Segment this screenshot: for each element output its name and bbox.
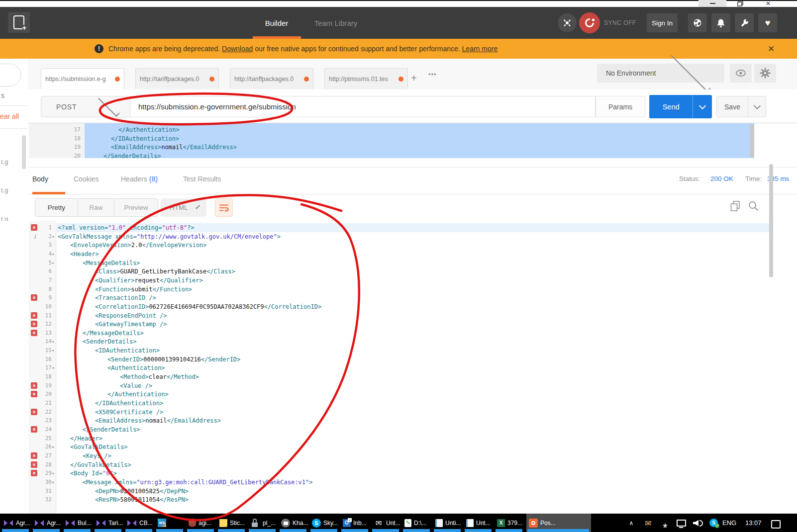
tray-speaker-icon[interactable] <box>693 518 703 529</box>
view-mode-switcher: PrettyRawPreview <box>35 198 158 217</box>
view-mode-preview[interactable]: Preview <box>114 199 158 216</box>
settings-button[interactable] <box>735 13 754 32</box>
line-number: 18 <box>36 372 52 381</box>
wrap-text-button[interactable] <box>215 198 233 217</box>
tab-builder[interactable]: Builder <box>252 7 301 39</box>
tray-chevron-icon[interactable]: ∧ <box>626 518 637 529</box>
token-tag: <X509Certificate /> <box>95 409 163 416</box>
code-line: 15▾<IDAuthentication> <box>0 346 797 355</box>
interceptor-button[interactable] <box>558 13 577 32</box>
code-line: 14▾<SenderDetails> <box>0 337 797 346</box>
window-maximize-button[interactable] <box>726 0 754 7</box>
taskbar-item-label: D:\... <box>414 520 426 527</box>
sidebar-scrollbar-thumb[interactable] <box>22 135 26 169</box>
add-tab-button[interactable]: + <box>411 73 417 84</box>
copy-response-button[interactable] <box>730 201 741 212</box>
line-number: 30 <box>36 478 52 487</box>
fold-arrow-icon[interactable]: ▾ <box>52 478 54 487</box>
code-line: 25</Header> <box>0 434 797 443</box>
tray-monitor-icon[interactable] <box>676 518 687 529</box>
search-response-button[interactable] <box>748 201 759 212</box>
banner-close-button[interactable]: ✕ <box>765 43 777 55</box>
sidebar-tab-partial-label: s <box>1 91 4 99</box>
request-tab[interactable]: http://tariffpackages.0 <box>135 68 219 89</box>
params-button[interactable]: Params <box>596 96 645 117</box>
response-tab-cookies[interactable]: Cookies <box>74 175 99 183</box>
format-selector[interactable]: HTML <box>161 198 206 217</box>
line-number: 14 <box>36 337 52 346</box>
download-link[interactable]: Download <box>222 45 253 53</box>
fold-arrow-icon[interactable]: ▾ <box>52 232 54 241</box>
save-options-button[interactable] <box>748 96 766 117</box>
tray-slack-icon[interactable]: * <box>660 518 671 532</box>
interceptor-icon <box>562 18 572 28</box>
new-tab-button[interactable]: + <box>8 12 30 33</box>
api-network-button[interactable] <box>688 13 707 32</box>
request-tab[interactable]: http://tariffpackages.0 <box>230 68 313 89</box>
code-text: </IDAuthentication> <box>85 134 179 143</box>
fold-arrow-icon[interactable]: ▾ <box>52 469 54 478</box>
code-text: </Authentication> <box>85 125 180 134</box>
response-tab-headers[interactable]: Headers (8) <box>121 175 158 183</box>
notifications-button[interactable] <box>711 13 730 32</box>
view-mode-pretty[interactable]: Pretty <box>35 199 78 216</box>
response-body-viewer[interactable]: ×1<?xml version="1.0" encoding="utf-8"?>… <box>0 221 797 514</box>
favorites-button[interactable]: ♥ <box>758 13 777 32</box>
tray-skype-icon[interactable]: S <box>709 519 718 527</box>
save-button[interactable]: Save <box>716 96 766 117</box>
token-txt: 02001005825 <box>120 488 160 495</box>
method-selector[interactable]: POST <box>41 96 130 117</box>
line-number: 15 <box>36 346 52 355</box>
fold-arrow-icon[interactable]: ▾ <box>52 250 54 259</box>
sync-button[interactable] <box>579 12 600 33</box>
response-tab-test-results[interactable]: Test Results <box>183 175 221 183</box>
taskbar-item-label: Tari... <box>108 520 123 527</box>
send-options-button[interactable] <box>693 95 712 118</box>
send-button[interactable]: Send <box>649 95 712 118</box>
editor-scrollbar-thumb[interactable] <box>750 124 754 157</box>
method-label: POST <box>56 103 81 111</box>
tab-team-library[interactable]: Team Library <box>306 7 365 39</box>
window-close-button[interactable]: ✕ <box>754 0 782 7</box>
learn-more-link[interactable]: Learn more <box>462 45 498 53</box>
request-body-editor[interactable]: 17</Authentication>18</IDAuthentication>… <box>28 123 797 158</box>
window-minimize-button[interactable] <box>698 0 726 7</box>
fold-arrow-icon[interactable]: ▾ <box>52 443 54 451</box>
fold-arrow-icon[interactable]: ▾ <box>52 259 54 267</box>
plus-icon: + <box>22 25 26 31</box>
fold-arrow-icon[interactable]: ▾ <box>52 346 54 355</box>
taskbar-item-label: 379... <box>507 520 522 527</box>
action-center-icon[interactable] <box>770 519 781 530</box>
url-input[interactable] <box>130 96 596 117</box>
environment-preview-button[interactable] <box>730 64 752 83</box>
status-value[interactable]: 200 OK <box>710 175 733 182</box>
taskbar-open-indicator <box>310 529 337 532</box>
clock[interactable]: 13:07 <box>745 514 762 532</box>
request-tab[interactable]: http://ptmssms.01.tes <box>324 68 408 89</box>
pane-scrollbar-thumb[interactable] <box>769 164 773 277</box>
request-tab[interactable]: https://submission.e-g <box>41 68 124 89</box>
token-tag: </Class> <box>206 268 235 275</box>
environment-settings-button[interactable] <box>754 64 776 83</box>
windows-taskbar: Agr...Agr...Bul...Tari...CB...WSagi...St… <box>0 514 797 532</box>
search-box-partial[interactable] <box>0 64 21 87</box>
fold-arrow-icon[interactable]: ▾ <box>52 337 54 346</box>
token-url: "urn:g3.ge:moh:call:GUARD_GetLibertyBank… <box>136 479 309 486</box>
token-tag: > <box>309 479 312 486</box>
token-tag: <EmailAddress> <box>95 417 145 424</box>
fold-arrow-icon[interactable]: ▾ <box>52 363 54 372</box>
history-item[interactable]: t.g <box>1 186 8 194</box>
line-number: 24 <box>36 425 52 434</box>
response-tab-body[interactable]: Body <box>32 175 48 183</box>
environment-selector[interactable]: No Environment <box>597 64 724 83</box>
history-item[interactable]: t.g <box>1 158 8 166</box>
tray-mail-icon[interactable]: ✉ <box>643 518 654 529</box>
sign-in-button[interactable]: Sign In <box>647 13 678 32</box>
token-tag: <Authentication> <box>107 364 165 371</box>
code-text: </SenderDetails> <box>85 152 161 158</box>
token-tag: </IDAuthentication> <box>111 135 179 142</box>
more-tabs-button[interactable]: ••• <box>428 71 437 78</box>
language-indicator[interactable]: ENG <box>722 514 736 532</box>
clear-all-link[interactable]: ear all <box>0 112 19 120</box>
view-mode-raw[interactable]: Raw <box>78 199 114 216</box>
